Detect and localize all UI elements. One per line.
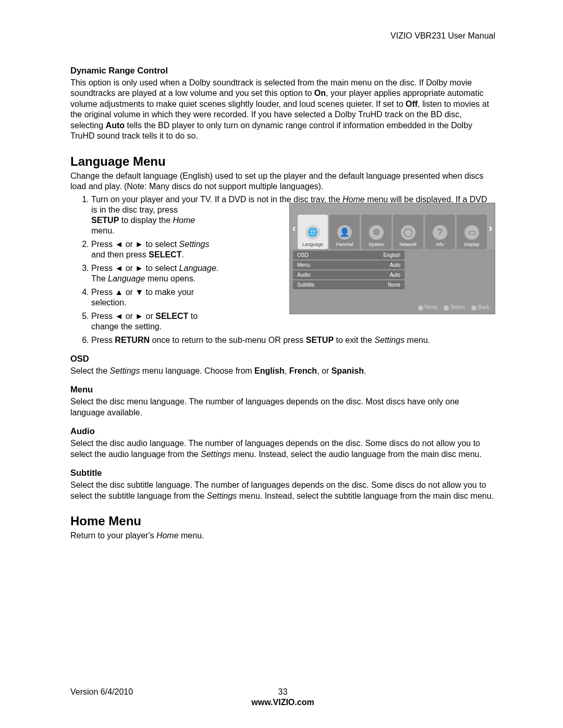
text-italic: Settings <box>207 491 237 500</box>
header-product: VIZIO VBR231 User Manual <box>70 31 495 41</box>
text-bold: English <box>254 366 285 375</box>
person-icon: 👤 <box>337 225 352 240</box>
text: Press ◄ or ► to select <box>91 264 179 273</box>
heading-menu: Menu <box>70 385 495 394</box>
dpad-icon <box>471 305 476 311</box>
heading-language-menu: Language Menu <box>70 154 495 169</box>
step-6: Press RETURN once to return to the sub-m… <box>91 335 495 346</box>
menu-row-audio[interactable]: Audio Auto <box>293 270 405 279</box>
tab-language[interactable]: 🌐 Language <box>298 215 328 249</box>
text: Press <box>91 336 115 344</box>
text: Press ◄ or ► to select <box>91 240 179 249</box>
text: menu language. Choose from <box>140 366 254 375</box>
text: menu. <box>179 531 204 540</box>
tab-network[interactable]: ◯ Network <box>393 215 423 249</box>
text: Press ◄ or ► or <box>91 312 155 320</box>
drc-paragraph: This option is only used when a Dolby so… <box>70 78 495 142</box>
text: once to return to the sub-menu OR press <box>150 336 306 344</box>
menu-hints: Move Select Back <box>418 304 489 310</box>
text-italic: Language <box>108 274 145 283</box>
text-bold: SETUP <box>306 336 334 344</box>
row-label: Subtitle <box>297 282 314 288</box>
step-2: Press ◄ or ► to select Settings and then… <box>91 239 219 260</box>
tab-label: Network <box>399 242 417 247</box>
text-italic: Home <box>156 531 179 540</box>
text: , or <box>317 366 332 375</box>
chevron-left-icon: ‹ <box>292 222 296 234</box>
text: menu. Instead, select the subtitle langu… <box>237 491 494 500</box>
text-italic: Settings <box>179 240 210 249</box>
tab-label: Parental <box>336 242 353 247</box>
row-label: OSD <box>297 252 309 258</box>
row-value: None <box>388 282 400 288</box>
row-label: Audio <box>297 272 311 278</box>
menu-rows: OSD English Menu Auto Audio Auto Subtitl… <box>290 249 495 292</box>
footer-version: Version 6/4/2010 <box>70 687 133 697</box>
text-bold: SELECT <box>149 250 181 259</box>
steps-wrapper: ‹ 🌐 Language 👤 Parental ⚙ System ◯ Netwo… <box>70 194 495 346</box>
tab-label: System <box>369 242 384 247</box>
step-4: Press ▲ or ▼ to make your selection. <box>91 287 219 308</box>
text: menu. <box>91 226 114 235</box>
text-bold: Auto <box>106 121 125 130</box>
menu-tab-bar: ‹ 🌐 Language 👤 Parental ⚙ System ◯ Netwo… <box>290 203 495 249</box>
tab-system[interactable]: ⚙ System <box>361 215 391 249</box>
text: to exit the <box>334 336 374 344</box>
text-bold: SELECT <box>155 312 188 320</box>
footer-page-number: 33 <box>278 687 288 696</box>
row-value: Auto <box>389 262 400 268</box>
footer-url: www.VIZIO.com <box>70 698 495 707</box>
text: . <box>181 250 183 259</box>
gear-icon: ⚙ <box>369 225 384 240</box>
text: Return to your player's <box>70 531 156 540</box>
question-icon: ? <box>433 225 447 240</box>
text: tells the BD player to only turn on dyna… <box>70 121 472 140</box>
text-bold: Spanish <box>332 366 364 375</box>
row-value: English <box>383 252 400 258</box>
settings-menu-screenshot: ‹ 🌐 Language 👤 Parental ⚙ System ◯ Netwo… <box>289 203 495 314</box>
hint-select: Select <box>444 304 465 310</box>
page-footer: Version 6/4/2010 33 www.VIZIO.com <box>70 687 495 707</box>
globe-icon: 🌐 <box>305 225 320 240</box>
text: menu. Instead, select the audio language… <box>231 450 482 459</box>
text: menu. <box>405 336 430 344</box>
text-italic: Settings <box>201 450 231 459</box>
tab-label: Language <box>302 242 323 247</box>
hint-back: Back <box>471 304 489 310</box>
text: to display the <box>119 216 173 225</box>
tab-label: Display <box>464 242 480 247</box>
manual-page: VIZIO VBR231 User Manual Dynamic Range C… <box>0 0 563 728</box>
heading-osd: OSD <box>70 354 495 364</box>
tab-label: Info <box>436 242 444 247</box>
subtitle-paragraph: Select the disc subtitle language. The n… <box>70 480 495 501</box>
row-value: Auto <box>389 272 400 278</box>
hint-move: Move <box>418 304 437 310</box>
text-italic: Home <box>173 216 195 225</box>
text: Select the <box>70 366 110 375</box>
chevron-right-icon: › <box>488 222 493 234</box>
text-italic: Settings <box>110 366 140 375</box>
tab-display[interactable]: ▭ Display <box>457 215 487 249</box>
audio-paragraph: Select the disc audio language. The numb… <box>70 438 495 460</box>
text: . <box>364 366 366 375</box>
heading-drc: Dynamic Range Control <box>70 66 495 76</box>
menu-row-menu[interactable]: Menu Auto <box>293 261 405 269</box>
tab-info[interactable]: ? Info <box>425 215 455 249</box>
text-bold: Off <box>406 100 418 108</box>
display-icon: ▭ <box>464 225 479 240</box>
menu-row-subtitle[interactable]: Subtitle None <box>293 280 405 289</box>
menu-row-osd[interactable]: OSD English <box>293 251 405 260</box>
text-italic: Language <box>179 264 216 273</box>
text-bold: SETUP <box>91 216 119 225</box>
dpad-icon <box>418 305 423 311</box>
text: , <box>285 366 289 375</box>
heading-audio: Audio <box>70 426 495 436</box>
tab-parental[interactable]: 👤 Parental <box>329 215 360 249</box>
row-label: Menu <box>297 262 310 268</box>
text: menu opens. <box>145 274 195 283</box>
network-icon: ◯ <box>401 225 415 240</box>
text-bold: French <box>289 366 317 375</box>
heading-subtitle: Subtitle <box>70 468 495 478</box>
text: and then press <box>91 250 149 259</box>
home-paragraph: Return to your player's Home menu. <box>70 530 495 541</box>
